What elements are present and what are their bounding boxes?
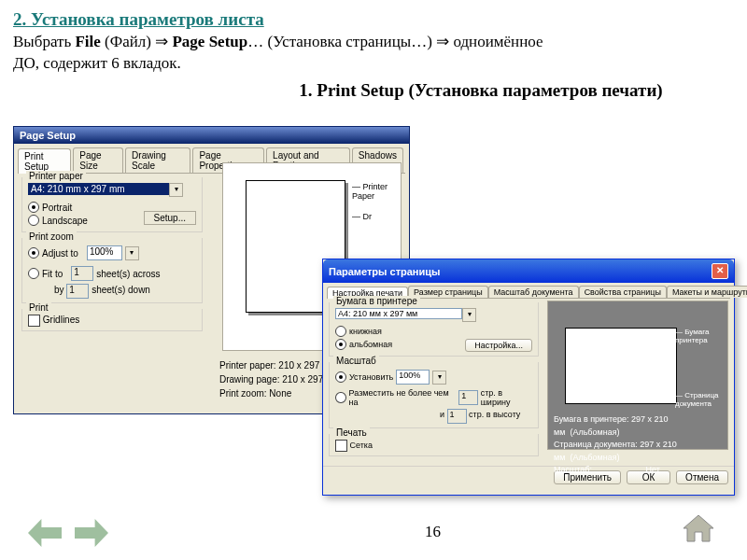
tab-drawing-scale[interactable]: Масштаб документа (488, 286, 579, 298)
fit-across-value[interactable]: 1 (458, 390, 477, 405)
setup-button[interactable]: Настройка... (465, 339, 532, 352)
paper-size-select[interactable]: A4: 210 мм x 297 мм (335, 308, 462, 319)
tab-drawing-scale[interactable]: Drawing Scale (125, 147, 190, 173)
radio-adjust-to[interactable]: Установить 100%▾ (335, 370, 532, 385)
home-icon[interactable] (682, 513, 715, 547)
fit-across-value[interactable]: 1 (71, 266, 93, 281)
printer-paper-group: A4: 210 мм x 297 мм▾ книжная альбомная Н… (329, 302, 539, 357)
preview-printer-label: — Printer Paper (352, 182, 401, 201)
radio-fit-to[interactable]: Fit to 1 sheet(s) across (28, 266, 196, 281)
fit-down-value[interactable]: 1 (66, 284, 89, 299)
dropdown-icon[interactable]: ▾ (462, 308, 476, 322)
preview-pane: — Бумага принтера — Страница документа Б… (547, 301, 728, 450)
dropdown-icon[interactable]: ▾ (432, 371, 446, 385)
radio-landscape[interactable]: альбомная (335, 339, 392, 350)
dialog-title: Параметры страницы ✕ (323, 259, 734, 283)
tab-layout-routing[interactable]: Макеты и маршруты (667, 286, 747, 298)
adjust-value[interactable]: 100% (87, 245, 122, 260)
numbered-subheading: 1. Print Setup (Установка параметров печ… (0, 75, 747, 101)
gridlines-checkbox[interactable] (335, 440, 347, 452)
page-setup-dialog-ru: Параметры страницы ✕ Настройка печати Ра… (322, 259, 735, 496)
preview-drawing-label: — Страница документа (675, 391, 727, 408)
radio-fit-to[interactable]: Разместить не более чем на 1 стр. в шири… (335, 388, 532, 407)
setup-button[interactable]: Setup... (144, 211, 196, 225)
radio-landscape[interactable]: Landscape (28, 215, 88, 226)
print-group: Gridlines (21, 309, 203, 331)
preview-page (565, 328, 677, 404)
dropdown-icon[interactable]: ▾ (125, 246, 139, 260)
dialog-title: Page Setup (14, 127, 409, 144)
page-number: 16 (425, 523, 441, 541)
tab-print-setup[interactable]: Print Setup (18, 148, 71, 174)
radio-portrait[interactable]: Portrait (28, 202, 88, 213)
section-heading: 2. Установка параметров листа (0, 0, 747, 32)
next-arrow-icon[interactable] (75, 519, 108, 547)
radio-portrait[interactable]: книжная (335, 326, 392, 337)
preview-drawing-label: — Dr (352, 212, 372, 221)
tab-page-size[interactable]: Размер страницы (408, 286, 488, 298)
preview-printer-label: — Бумага принтера (675, 328, 727, 344)
print-zoom-group: Установить 100%▾ Разместить не более чем… (329, 362, 539, 428)
printer-paper-group: A4: 210 mm x 297 mm▾ Portrait Landscape … (21, 177, 203, 232)
dimensions-readout: Бумага в принтере: 297 x 210 мм (Альбомн… (554, 413, 727, 477)
dropdown-icon[interactable]: ▾ (169, 183, 183, 197)
body-text: Выбрать File (Файл) ⇒ Page Setup… (Устан… (0, 32, 747, 75)
print-zoom-group: Adjust to 100%▾ Fit to 1 sheet(s) across… (21, 238, 203, 303)
tab-page-size[interactable]: Page Size (73, 147, 123, 173)
close-icon[interactable]: ✕ (712, 263, 728, 279)
prev-arrow-icon[interactable] (28, 519, 62, 547)
adjust-value[interactable]: 100% (396, 370, 430, 385)
print-group: Сетка (329, 434, 539, 456)
gridlines-checkbox[interactable] (28, 315, 40, 327)
radio-adjust-to[interactable]: Adjust to 100%▾ (28, 245, 196, 260)
tab-page-properties[interactable]: Свойства страницы (579, 286, 667, 298)
fit-down-value[interactable]: 1 (447, 409, 467, 424)
paper-size-select[interactable]: A4: 210 mm x 297 mm (28, 183, 169, 195)
